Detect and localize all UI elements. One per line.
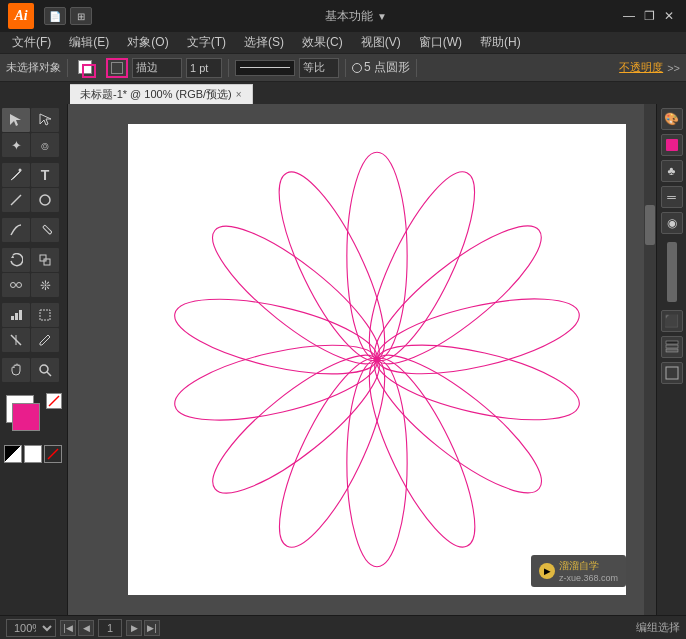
watermark-icon: ▶ — [539, 563, 555, 579]
hand-tool[interactable] — [2, 358, 30, 382]
pen-tool[interactable] — [2, 163, 30, 187]
scale-tool[interactable] — [31, 248, 59, 272]
slice-tool[interactable] — [2, 328, 30, 352]
tool-row-4 — [2, 188, 65, 212]
new-doc-button[interactable]: 📄 — [44, 7, 66, 25]
tool-row-6 — [2, 248, 65, 272]
transparency-btn[interactable]: ◉ — [661, 212, 683, 234]
magic-wand-tool[interactable]: ✦ — [2, 133, 30, 157]
eyedropper-tool[interactable] — [31, 328, 59, 352]
tool-row-10 — [2, 358, 65, 382]
select-tool[interactable] — [2, 108, 30, 132]
stroke-swatch[interactable] — [12, 403, 40, 431]
swatches-btn[interactable] — [661, 134, 683, 156]
panel-slider[interactable] — [667, 242, 677, 302]
graph-tool[interactable] — [2, 303, 30, 327]
scrollbar-vertical[interactable] — [644, 104, 656, 615]
stroke-panel-btn[interactable]: ═ — [661, 186, 683, 208]
menu-view[interactable]: 视图(V) — [353, 32, 409, 53]
stroke-preview — [235, 60, 295, 76]
doc-tab-close[interactable]: × — [236, 89, 242, 100]
options-more-icon[interactable]: >> — [667, 62, 680, 74]
title-bar: Ai 📄 ⊞ 基本功能 ▼ — ❐ ✕ — [0, 0, 686, 32]
svg-point-32 — [260, 160, 404, 373]
ratio-select[interactable]: 等比 — [299, 58, 339, 78]
workspace-label: 基本功能 ▼ — [98, 8, 614, 25]
symbol-tool[interactable]: ❊ — [31, 273, 59, 297]
page-nav: |◀ ◀ — [60, 620, 94, 636]
stroke-type-select[interactable]: 描边 — [132, 58, 182, 78]
close-button[interactable]: ✕ — [660, 7, 678, 25]
sep4 — [416, 59, 417, 77]
points-label: 5 点圆形 — [364, 59, 410, 76]
artboards-btn[interactable] — [661, 362, 683, 384]
shape-tool[interactable] — [31, 188, 59, 212]
scrollbar-thumb-v[interactable] — [645, 205, 655, 245]
blend-tool[interactable] — [2, 273, 30, 297]
menu-object[interactable]: 对象(O) — [119, 32, 176, 53]
tool-row-1 — [2, 108, 65, 132]
svg-point-26 — [347, 360, 407, 567]
tool-row-3: T — [2, 163, 65, 187]
next-page-btn[interactable]: ▶ — [126, 620, 142, 636]
artboard-tool[interactable] — [31, 303, 59, 327]
svg-point-28 — [196, 336, 396, 512]
svg-rect-5 — [40, 255, 46, 261]
svg-point-20 — [350, 160, 494, 373]
svg-rect-11 — [19, 310, 22, 320]
svg-rect-10 — [15, 313, 18, 320]
svg-rect-12 — [40, 310, 50, 320]
appearance-btn[interactable]: ⬛ — [661, 310, 683, 332]
layers-btn[interactable] — [661, 336, 683, 358]
page-input[interactable] — [98, 619, 122, 637]
opacity-label[interactable]: 不透明度 — [619, 60, 663, 75]
menu-help[interactable]: 帮助(H) — [472, 32, 529, 53]
zoom-select[interactable]: 100% — [6, 619, 56, 637]
sep3 — [345, 59, 346, 77]
brushes-btn[interactable]: ♣ — [661, 160, 683, 182]
menu-type[interactable]: 文字(T) — [179, 32, 234, 53]
white-mode-button[interactable] — [24, 445, 42, 463]
canvas-area[interactable]: ▶ 溜溜自学 z-xue.368.com — [68, 104, 656, 615]
tool-row-2: ✦ ⌾ — [2, 133, 65, 157]
tool-row-8 — [2, 303, 65, 327]
menu-file[interactable]: 文件(F) — [4, 32, 59, 53]
svg-point-15 — [40, 365, 48, 373]
arrange-button[interactable]: ⊞ — [70, 7, 92, 25]
stroke-fill-icon[interactable] — [74, 58, 102, 78]
document-tab[interactable]: 未标题-1* @ 100% (RGB/预选) × — [70, 84, 253, 104]
svg-point-31 — [196, 207, 396, 383]
lasso-tool[interactable]: ⌾ — [31, 133, 59, 157]
options-right: 不透明度 >> — [619, 60, 680, 75]
none-swatch[interactable] — [46, 393, 62, 409]
no-selection-label: 未选择对象 — [6, 60, 61, 75]
prev-page-btn[interactable]: ◀ — [78, 620, 94, 636]
stroke-width-input[interactable] — [186, 58, 222, 78]
flower-group — [168, 152, 586, 566]
menu-window[interactable]: 窗口(W) — [411, 32, 470, 53]
line-tool[interactable] — [2, 188, 30, 212]
menu-edit[interactable]: 编辑(E) — [61, 32, 117, 53]
first-page-btn[interactable]: |◀ — [60, 620, 76, 636]
svg-point-19 — [347, 152, 407, 359]
menu-select[interactable]: 选择(S) — [236, 32, 292, 53]
pencil-tool[interactable] — [31, 218, 59, 242]
menu-effect[interactable]: 效果(C) — [294, 32, 351, 53]
stroke-color-box[interactable] — [106, 58, 128, 78]
zoom-tool[interactable] — [31, 358, 59, 382]
minimize-button[interactable]: — — [620, 7, 638, 25]
rotate-tool[interactable] — [2, 248, 30, 272]
none-mode-button[interactable] — [44, 445, 62, 463]
svg-point-25 — [350, 346, 494, 559]
paintbrush-tool[interactable] — [2, 218, 30, 242]
type-tool[interactable]: T — [31, 163, 59, 187]
tab-bar: 未标题-1* @ 100% (RGB/预选) × — [0, 82, 686, 104]
stroke-label: 描边 — [136, 60, 158, 75]
last-page-btn[interactable]: ▶| — [144, 620, 160, 636]
color-panel-btn[interactable]: 🎨 — [661, 108, 683, 130]
direct-select-tool[interactable] — [31, 108, 59, 132]
svg-point-0 — [19, 169, 22, 172]
watermark-text: 溜溜自学 z-xue.368.com — [559, 559, 618, 583]
color-mode-button[interactable] — [4, 445, 22, 463]
restore-button[interactable]: ❐ — [640, 7, 658, 25]
